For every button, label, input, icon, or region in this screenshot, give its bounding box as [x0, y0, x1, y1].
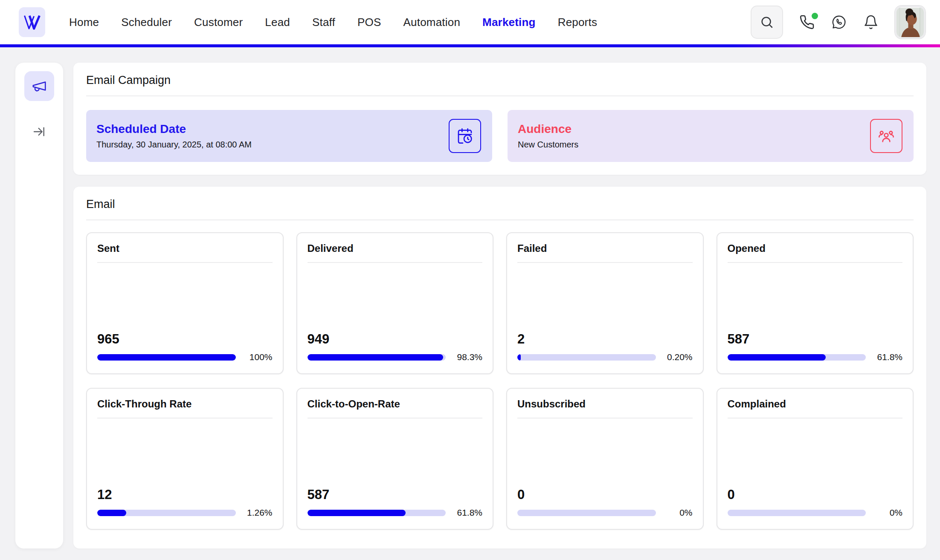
sidebar-collapse-button[interactable] [32, 125, 46, 139]
progress-track [97, 510, 236, 516]
nav-lead[interactable]: Lead [265, 16, 290, 29]
notifications-button[interactable] [863, 14, 879, 30]
whatsapp-button[interactable] [831, 14, 847, 30]
stats-grid: Sent 965 100% Delivered 949 [86, 232, 914, 530]
progress-row: 98.3% [308, 352, 483, 362]
progress-label: 0% [662, 508, 693, 518]
progress-label: 1.26% [242, 508, 273, 518]
stat-card-click-to-open-rate: Click-to-Open-Rate 587 61.8% [296, 388, 494, 530]
nav-automation[interactable]: Automation [403, 16, 461, 29]
stat-value: 587 [308, 487, 483, 502]
whatsapp-icon [831, 14, 847, 30]
stat-title: Complained [728, 398, 903, 410]
stat-card-failed: Failed 2 0.20% [506, 232, 704, 374]
progress-row: 100% [97, 352, 273, 362]
progress-track [308, 510, 446, 516]
email-campaign-title: Email Campaign [86, 74, 914, 87]
stat-title: Delivered [308, 242, 483, 254]
edit-audience-button[interactable] [870, 119, 902, 153]
progress-fill [517, 354, 521, 361]
stat-card-opened: Opened 587 61.8% [717, 232, 914, 374]
stat-value: 587 [728, 332, 903, 347]
edit-schedule-button[interactable] [449, 119, 481, 153]
header-gradient-bar [0, 44, 940, 47]
divider [86, 219, 914, 220]
stat-card-complained: Complained 0 0% [717, 388, 914, 530]
progress-track [308, 354, 446, 361]
progress-track [728, 510, 866, 516]
stat-value: 965 [97, 332, 273, 347]
stat-card-sent: Sent 965 100% [86, 232, 284, 374]
main-nav: Home Scheduler Customer Lead Staff POS A… [69, 16, 597, 29]
scheduled-date-card: Scheduled Date Thursday, 30 January, 202… [86, 110, 492, 162]
stat-title: Click-Through Rate [97, 398, 273, 410]
progress-track [517, 510, 656, 516]
divider [86, 95, 914, 96]
search-button[interactable] [751, 6, 783, 39]
stat-title: Unsubscribed [517, 398, 693, 410]
progress-fill [97, 510, 126, 516]
progress-fill [728, 354, 826, 361]
nav-marketing[interactable]: Marketing [482, 16, 536, 29]
stat-card-click-through-rate: Click-Through Rate 12 1.26% [86, 388, 284, 530]
online-status-dot [812, 13, 818, 19]
sidebar [15, 63, 63, 548]
nav-reports[interactable]: Reports [558, 16, 597, 29]
nav-home[interactable]: Home [69, 16, 99, 29]
email-stats-title: Email [86, 198, 914, 211]
scheduled-date-title: Scheduled Date [96, 122, 252, 136]
email-campaign-panel: Email Campaign Scheduled Date Thursday, … [73, 63, 926, 175]
nav-pos[interactable]: POS [357, 16, 381, 29]
avatar[interactable] [895, 6, 925, 39]
scheduled-date-value: Thursday, 30 January, 2025, at 08:00 AM [96, 140, 252, 150]
audience-card: Audience New Customers [508, 110, 914, 162]
app-logo[interactable] [19, 7, 45, 37]
calendar-clock-icon [456, 127, 473, 144]
stat-card-unsubscribed: Unsubscribed 0 0% [506, 388, 704, 530]
progress-row: 61.8% [308, 508, 483, 518]
audience-text: Audience New Customers [518, 122, 578, 150]
calls-button[interactable] [799, 14, 815, 30]
collapse-arrow-icon [32, 125, 46, 139]
progress-track [728, 354, 866, 361]
bell-icon [863, 14, 879, 30]
scheduled-date-text: Scheduled Date Thursday, 30 January, 202… [96, 122, 252, 150]
progress-row: 0.20% [517, 352, 693, 362]
stat-card-delivered: Delivered 949 98.3% [296, 232, 494, 374]
avatar-photo [896, 7, 925, 38]
stat-title: Failed [517, 242, 693, 254]
progress-fill [97, 354, 236, 361]
main-area: Email Campaign Scheduled Date Thursday, … [73, 63, 926, 548]
nav-staff[interactable]: Staff [312, 16, 335, 29]
email-stats-panel: Email Sent 965 100% Delivered [73, 187, 926, 548]
audience-value: New Customers [518, 140, 578, 150]
stat-value: 12 [97, 487, 273, 502]
progress-fill [308, 510, 406, 516]
progress-row: 0% [728, 508, 903, 518]
audience-title: Audience [518, 122, 578, 136]
progress-fill [308, 354, 443, 361]
progress-track [97, 354, 236, 361]
nav-customer[interactable]: Customer [194, 16, 243, 29]
progress-label: 61.8% [452, 508, 482, 518]
progress-label: 0% [872, 508, 902, 518]
progress-label: 100% [242, 352, 273, 362]
stat-title: Opened [728, 242, 903, 254]
nav-scheduler[interactable]: Scheduler [121, 16, 172, 29]
header-actions [751, 6, 925, 39]
progress-track [517, 354, 656, 361]
sidebar-item-campaigns[interactable] [24, 71, 54, 101]
stat-value: 0 [728, 487, 903, 502]
stat-title: Sent [97, 242, 273, 254]
progress-label: 0.20% [662, 352, 693, 362]
progress-label: 61.8% [872, 352, 902, 362]
users-icon [878, 127, 895, 144]
progress-row: 1.26% [97, 508, 273, 518]
progress-row: 61.8% [728, 352, 903, 362]
stat-title: Click-to-Open-Rate [308, 398, 483, 410]
megaphone-icon [31, 78, 47, 94]
logo-w-icon [23, 14, 41, 30]
campaign-info-row: Scheduled Date Thursday, 30 January, 202… [86, 110, 914, 162]
stat-value: 0 [517, 487, 693, 502]
stat-value: 949 [308, 332, 483, 347]
